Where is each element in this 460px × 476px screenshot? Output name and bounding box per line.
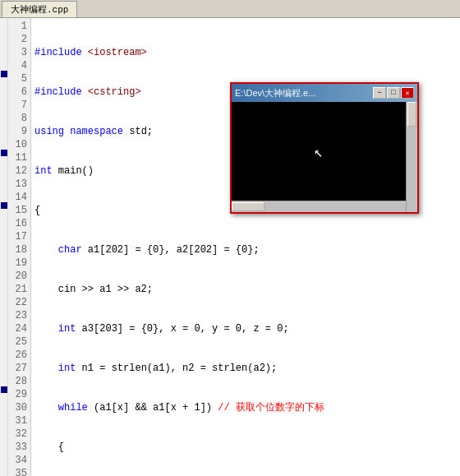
tab-label: 大神编程.cpp <box>11 3 68 16</box>
minimize-icon: − <box>377 89 381 97</box>
line-num-16: 16 <box>12 217 27 230</box>
line-num-29: 29 <box>12 388 27 401</box>
line-num-21: 21 <box>12 283 27 296</box>
line-numbers: 1 2 3 4 5 6 7 8 9 10 11 12 13 14 15 16 1… <box>8 18 31 476</box>
close-button[interactable]: ✕ <box>401 87 414 99</box>
line-num-3: 3 <box>12 46 27 59</box>
cursor-arrow: ↖ <box>314 143 323 161</box>
line-num-12: 12 <box>12 164 27 178</box>
float-console-window[interactable]: E:\Dev\大神编程.e... − □ ✕ ↖ <box>230 82 419 214</box>
line-num-1: 1 <box>12 20 27 33</box>
float-title-buttons: − □ ✕ <box>373 87 414 99</box>
float-title-text: E:\Dev\大神编程.e... <box>235 87 373 99</box>
line-num-11: 11 <box>12 151 27 164</box>
line-num-9: 9 <box>12 125 27 138</box>
line-num-18: 18 <box>12 243 27 256</box>
maximize-icon: □ <box>391 89 395 97</box>
line-num-30: 30 <box>12 401 27 414</box>
code-line-8: int a3[203] = {0}, x = 0, y = 0, z = 0; <box>34 322 457 335</box>
line-num-10: 10 <box>12 138 27 151</box>
editor-area: 1 2 3 4 5 6 7 8 9 10 11 12 13 14 15 16 1… <box>0 18 460 476</box>
line-num-35: 35 <box>12 467 27 476</box>
line-num-7: 7 <box>12 99 27 112</box>
horizontal-scrollbar[interactable] <box>232 201 406 212</box>
line-num-8: 8 <box>12 112 27 125</box>
scroll-thumb-horizontal[interactable] <box>232 202 264 211</box>
marker-1 <box>1 71 7 77</box>
line-num-14: 14 <box>12 191 27 204</box>
line-num-28: 28 <box>12 375 27 388</box>
line-num-15: 15 <box>12 204 27 217</box>
code-line-11: { <box>34 441 457 454</box>
line-num-17: 17 <box>12 230 27 243</box>
close-icon: ✕ <box>405 89 409 98</box>
line-num-34: 34 <box>12 454 27 467</box>
tab-bar: 大神编程.cpp <box>0 0 460 18</box>
line-num-20: 20 <box>12 270 27 283</box>
line-num-24: 24 <box>12 322 27 335</box>
sidebar-markers <box>0 18 8 476</box>
line-num-2: 2 <box>12 33 27 46</box>
line-num-19: 19 <box>12 256 27 270</box>
line-num-25: 25 <box>12 335 27 349</box>
float-body: ↖ <box>232 102 417 212</box>
code-line-10: while (a1[x] && a1[x + 1]) // 获取个位数字的下标 <box>34 401 457 414</box>
line-num-4: 4 <box>12 59 27 72</box>
line-num-13: 13 <box>12 178 27 191</box>
marker-3 <box>1 202 7 209</box>
main-window: 大神编程.cpp 1 2 3 4 5 6 7 8 9 10 11 12 13 1… <box>0 0 460 476</box>
line-num-5: 5 <box>12 72 27 85</box>
line-num-32: 32 <box>12 427 27 441</box>
line-num-6: 6 <box>12 85 27 99</box>
line-num-22: 22 <box>12 296 27 309</box>
marker-4 <box>1 386 7 393</box>
file-tab[interactable]: 大神编程.cpp <box>2 1 77 17</box>
line-num-26: 26 <box>12 349 27 362</box>
code-line-7: cin >> a1 >> a2; <box>34 283 457 296</box>
line-num-23: 23 <box>12 309 27 322</box>
float-titlebar: E:\Dev\大神编程.e... − □ ✕ <box>232 84 417 102</box>
maximize-button[interactable]: □ <box>387 87 400 99</box>
vertical-scrollbar[interactable] <box>406 102 417 212</box>
code-line-9: int n1 = strlen(a1), n2 = strlen(a2); <box>34 362 457 375</box>
code-line-6: char a1[202] = {0}, a2[202] = {0}; <box>34 243 457 256</box>
line-num-31: 31 <box>12 414 27 427</box>
line-num-27: 27 <box>12 362 27 375</box>
code-line-1: #include <iostream> <box>34 46 457 59</box>
line-num-33: 33 <box>12 441 27 454</box>
marker-2 <box>1 150 7 156</box>
minimize-button[interactable]: − <box>373 87 386 99</box>
scroll-thumb-vertical[interactable] <box>407 102 416 127</box>
